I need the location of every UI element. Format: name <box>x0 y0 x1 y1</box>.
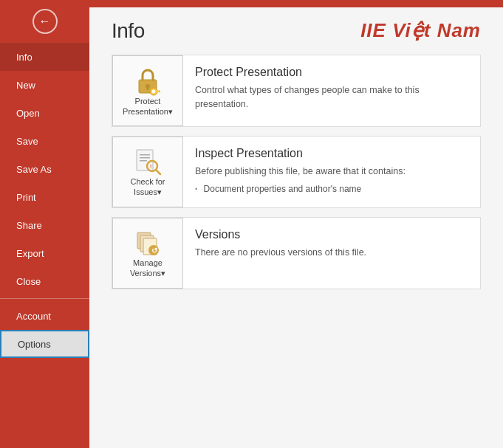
sidebar-item-label: Save <box>16 136 38 147</box>
inspect-list-item: Document properties and author's name <box>195 183 468 195</box>
svg-rect-9 <box>140 157 150 159</box>
header-area: Info IIE Việt Nam <box>89 7 503 49</box>
sidebar-item-label: Info <box>16 52 32 63</box>
sidebar-item-label: Account <box>16 311 51 322</box>
svg-rect-10 <box>140 160 147 162</box>
protect-heading: Protect Presentation <box>195 66 468 79</box>
versions-icon: ↺ <box>133 228 162 258</box>
sidebar-item-close[interactable]: Close <box>0 267 89 295</box>
versions-icon-label: ManageVersions▾ <box>130 258 165 279</box>
sidebar-item-options[interactable]: Options <box>0 330 89 358</box>
inspect-heading: Inspect Presentation <box>195 147 468 160</box>
sidebar-item-open[interactable]: Open <box>0 99 89 127</box>
sidebar-item-label: New <box>16 80 35 91</box>
versions-text: Versions There are no previous versions … <box>183 218 480 270</box>
inspect-desc: Before publishing this file, be aware th… <box>195 165 468 179</box>
inspect-icon-label: Check forIssues▾ <box>130 176 165 198</box>
inspect-section: ! Check forIssues▾ Inspect Presentation … <box>112 136 481 208</box>
versions-section: ↺ ManageVersions▾ Versions There are no … <box>112 217 481 289</box>
sidebar-nav: Info New Open Save Save As Print Share E… <box>0 43 89 448</box>
inspect-text: Inspect Presentation Before publishing t… <box>183 137 480 205</box>
sidebar-item-new[interactable]: New <box>0 71 89 99</box>
back-icon: ← <box>32 9 58 34</box>
svg-text:↺: ↺ <box>151 247 158 255</box>
versions-desc: There are no previous versions of this f… <box>195 246 468 260</box>
svg-text:!: ! <box>150 164 151 169</box>
versions-heading: Versions <box>195 228 468 241</box>
sidebar-item-label: Export <box>16 248 44 259</box>
main-content: Info IIE Việt Nam ProtectPresentation▾ <box>89 0 503 448</box>
svg-point-4 <box>152 89 156 93</box>
inspect-icon: ! <box>133 147 162 176</box>
lock-icon <box>133 65 162 96</box>
page-title: Info <box>112 19 145 43</box>
top-accent-bar <box>89 0 503 7</box>
info-sections: ProtectPresentation▾ Protect Presentatio… <box>89 49 503 448</box>
sidebar-item-label: Open <box>16 108 40 119</box>
protect-icon-button[interactable]: ProtectPresentation▾ <box>112 55 183 126</box>
svg-rect-6 <box>159 90 160 92</box>
inspect-icon-button[interactable]: ! Check forIssues▾ <box>112 137 183 207</box>
protect-icon-label: ProtectPresentation▾ <box>123 96 173 117</box>
sidebar-item-save-as[interactable]: Save As <box>0 155 89 183</box>
sidebar-item-account[interactable]: Account <box>0 302 89 330</box>
brand-name: IIE Việt Nam <box>360 19 481 42</box>
versions-icon-button[interactable]: ↺ ManageVersions▾ <box>112 218 183 289</box>
protect-text: Protect Presentation Control what types … <box>183 55 480 122</box>
svg-rect-8 <box>140 154 150 156</box>
inspect-list: Document properties and author's name <box>195 183 468 195</box>
sidebar-item-label: Options <box>18 339 51 350</box>
sidebar-item-label: Save As <box>16 164 52 175</box>
sidebar-divider <box>0 298 89 299</box>
sidebar-item-print[interactable]: Print <box>0 183 89 211</box>
sidebar-item-label: Close <box>16 276 41 287</box>
sidebar-item-export[interactable]: Export <box>0 239 89 267</box>
protect-desc: Control what types of changes people can… <box>195 83 468 111</box>
sidebar-item-share[interactable]: Share <box>0 211 89 239</box>
sidebar-item-info[interactable]: Info <box>0 43 89 71</box>
back-button[interactable]: ← <box>0 0 89 43</box>
sidebar-item-save[interactable]: Save <box>0 127 89 155</box>
sidebar-item-label: Print <box>16 192 36 203</box>
svg-rect-2 <box>147 86 149 90</box>
protect-section: ProtectPresentation▾ Protect Presentatio… <box>112 55 481 127</box>
svg-line-12 <box>157 170 161 174</box>
sidebar-item-label: Share <box>16 220 42 231</box>
sidebar: ← Info New Open Save Save As Print Share… <box>0 0 89 448</box>
